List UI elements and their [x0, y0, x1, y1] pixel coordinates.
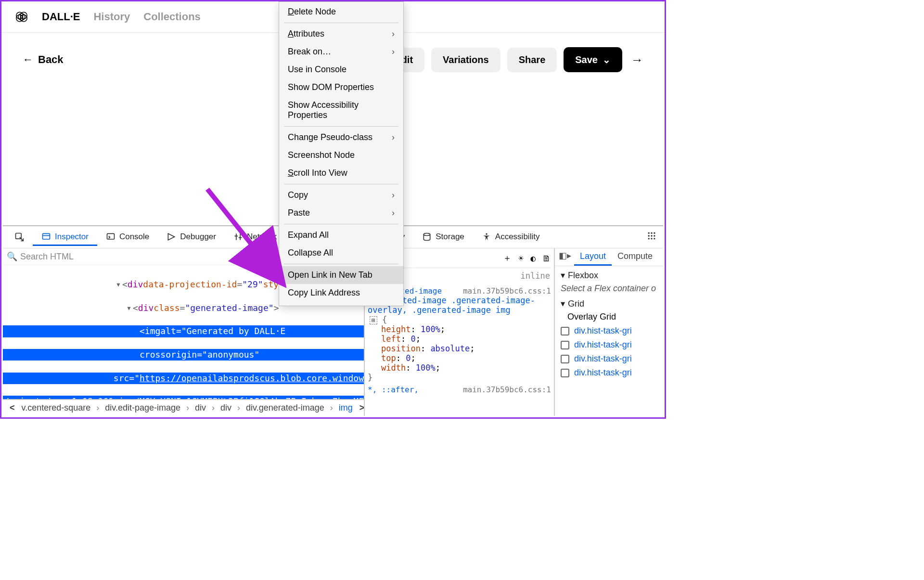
layout-side-toggle-icon[interactable]: ◧▸ [555, 248, 574, 266]
selected-img-node[interactable]: <img alt="Generated by DALL·E [3, 325, 364, 337]
print-media-icon[interactable]: 🗎 [542, 253, 551, 263]
ctx-use-in-console[interactable]: Use in Console [279, 61, 403, 78]
save-button[interactable]: Save ⌄ [564, 47, 622, 72]
svg-point-19 [648, 238, 650, 239]
save-label: Save [575, 54, 598, 65]
devtools-more-icon[interactable] [640, 231, 663, 243]
svg-point-11 [424, 233, 430, 236]
ctx-copy-link-address[interactable]: Copy Link Address [279, 284, 403, 302]
crumb-item-active[interactable]: img [339, 403, 353, 413]
tab-storage[interactable]: Storage [413, 228, 473, 246]
chevron-down-icon: ⌄ [603, 54, 611, 65]
tab-layout[interactable]: Layout [574, 248, 612, 266]
light-scheme-icon[interactable]: ☀ [518, 253, 524, 263]
tab-console[interactable]: Console [97, 228, 158, 246]
chevron-down-icon: ▾ [561, 298, 565, 309]
layout-pane: ◧▸ Layout Compute ▾Flexbox Select a Flex… [555, 248, 663, 416]
ctx-change-pseudo-class[interactable]: Change Pseudo-class› [279, 129, 403, 146]
grid-overlay-item[interactable]: div.hist-task-gri [561, 324, 657, 338]
ctx-break-on-[interactable]: Break on…› [279, 43, 403, 61]
crumb-prev-icon[interactable]: < [6, 403, 19, 413]
tab-network[interactable]: Network [225, 228, 285, 246]
crumb-item[interactable]: v.centered-square [22, 403, 91, 413]
grid-overlay-item[interactable]: div.hist-task-gri [561, 366, 657, 380]
tab-computed[interactable]: Compute [612, 248, 658, 266]
tab-console-label: Console [119, 232, 149, 242]
tab-storage-label: Storage [436, 232, 464, 242]
tab-inspector-label: Inspector [55, 232, 89, 242]
ctx-attributes[interactable]: Attributes› [279, 25, 403, 43]
tab-debugger[interactable]: Debugger [158, 228, 225, 246]
svg-point-16 [648, 235, 650, 236]
share-button[interactable]: Share [507, 48, 557, 72]
crumb-next-icon[interactable]: > [356, 403, 364, 413]
tab-accessibility[interactable]: Accessibility [473, 228, 549, 246]
back-button[interactable]: ← Back [23, 53, 64, 66]
svg-point-13 [648, 232, 650, 234]
pick-element-button[interactable] [6, 228, 33, 246]
grid-section-header[interactable]: ▾Grid [561, 298, 657, 309]
next-arrow-icon[interactable]: → [629, 52, 645, 67]
svg-point-12 [486, 233, 487, 235]
checkbox-icon[interactable] [561, 369, 569, 377]
chevron-right-icon: › [392, 190, 395, 200]
ctx-screenshot-node[interactable]: Screenshot Node [279, 146, 403, 164]
ctx-separator [284, 184, 398, 184]
tab-accessibility-label: Accessibility [495, 232, 540, 242]
ctx-open-link-in-new-tab[interactable]: Open Link in New Tab [279, 266, 403, 284]
nav-collections[interactable]: Collections [143, 11, 201, 23]
ctx-show-dom-properties[interactable]: Show DOM Properties [279, 78, 403, 96]
ctx-copy[interactable]: Copy› [279, 186, 403, 204]
chevron-down-icon: ▾ [561, 270, 565, 281]
checkbox-icon[interactable] [561, 341, 569, 349]
checkbox-icon[interactable] [561, 355, 569, 363]
ctx-show-accessibility-properties[interactable]: Show Accessibility Properties [279, 96, 403, 124]
nav-history[interactable]: History [93, 11, 130, 23]
svg-point-18 [654, 235, 655, 236]
svg-point-21 [654, 238, 655, 239]
dom-breadcrumb[interactable]: < v.centered-square› div.edit-page-image… [3, 399, 364, 416]
svg-rect-6 [43, 233, 50, 239]
html-search-placeholder: Search HTML [20, 252, 74, 262]
rule-selector[interactable]: *, ::after, [368, 385, 419, 394]
rule-source[interactable]: main.37b59bc6.css:1 [463, 385, 551, 394]
checkbox-icon[interactable] [561, 327, 569, 335]
tab-debugger-label: Debugger [180, 232, 216, 242]
crumb-item[interactable]: div.generated-image [246, 403, 324, 413]
search-icon: 🔍 [7, 251, 17, 262]
flexbox-section-header[interactable]: ▾Flexbox [561, 270, 657, 281]
dark-scheme-icon[interactable]: ◐ [530, 253, 536, 263]
crumb-item[interactable]: div.edit-page-image [105, 403, 180, 413]
ctx-collapse-all[interactable]: Collapse All [279, 244, 403, 262]
flexbox-empty-note: Select a Flex container o [561, 281, 657, 298]
grid-overlay-item[interactable]: div.hist-task-gri [561, 352, 657, 366]
grid-overlay-item[interactable]: div.hist-task-gri [561, 338, 657, 352]
back-label: Back [38, 53, 64, 66]
svg-point-14 [651, 232, 652, 234]
context-menu: Delete NodeAttributes›Break on…›Use in C… [279, 1, 404, 306]
ctx-paste[interactable]: Paste› [279, 204, 403, 222]
openai-logo-icon [15, 10, 28, 24]
chevron-right-icon: › [392, 29, 395, 39]
variations-button[interactable]: Variations [431, 48, 500, 72]
tab-network-label: Network [247, 232, 277, 242]
ctx-separator [284, 23, 398, 23]
inline-label: inline [521, 271, 550, 281]
nav-brand[interactable]: DALL·E [42, 11, 80, 23]
ctx-delete-node[interactable]: Delete Node [279, 3, 403, 21]
add-rule-icon[interactable]: ＋ [503, 252, 512, 264]
svg-rect-8 [107, 233, 114, 239]
svg-point-17 [651, 235, 652, 236]
css-rule-body[interactable]: height: 100%; left: 0; position: absolut… [368, 324, 551, 373]
tab-inspector[interactable]: Inspector [33, 228, 97, 246]
ctx-separator [284, 126, 398, 127]
crumb-item[interactable]: div [195, 403, 206, 413]
arrow-left-icon: ← [23, 53, 33, 66]
ctx-separator [284, 264, 398, 264]
rule-source[interactable]: main.37b59bc6.css:1 [463, 286, 551, 296]
ctx-scroll-into-view[interactable]: Scroll Into View [279, 164, 403, 182]
svg-point-20 [651, 238, 652, 239]
grid-badge-icon[interactable]: ⊞ [370, 316, 377, 324]
crumb-item[interactable]: div [220, 403, 231, 413]
ctx-expand-all[interactable]: Expand All [279, 226, 403, 244]
